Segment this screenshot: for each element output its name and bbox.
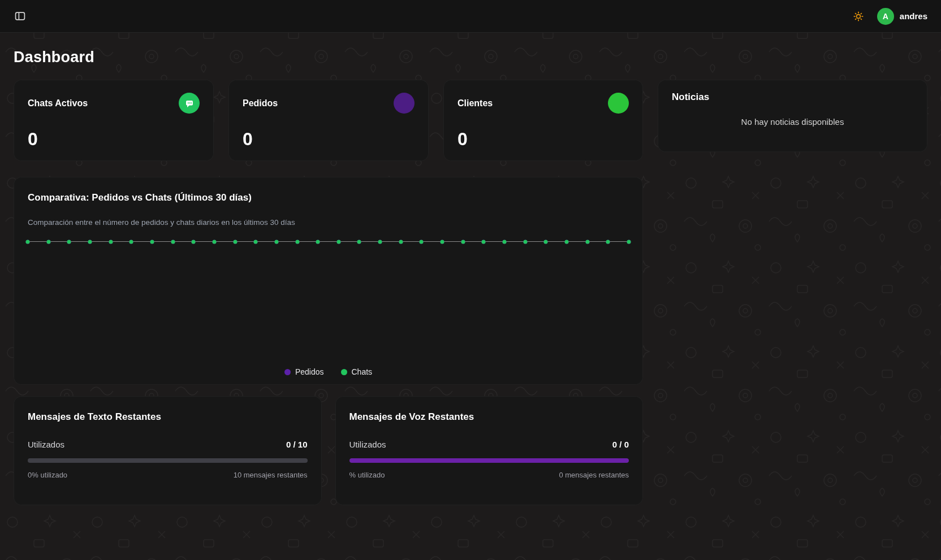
- usage-footer: % utilizado 0 mensajes restantes: [349, 471, 629, 479]
- chart-point-chats: [378, 240, 382, 244]
- usage-line: Utilizados 0 / 10: [28, 440, 308, 449]
- top-bar: A andres: [0, 0, 941, 33]
- chart-legend: Pedidos Chats: [28, 364, 629, 379]
- noticias-empty-message: No hay noticias disponibles: [672, 103, 913, 140]
- chart-point-chats: [130, 240, 133, 244]
- chart-point-chats: [399, 240, 403, 244]
- usage-label: Utilizados: [349, 440, 386, 449]
- chats-legend-dot-icon: [341, 369, 347, 375]
- chart-point-chats: [46, 240, 50, 244]
- avatar: A: [877, 8, 894, 25]
- noticias-panel: Noticias No hay noticias disponibles: [658, 80, 927, 152]
- chart-point-chats: [233, 240, 237, 244]
- voz-restantes-card: Mensajes de Voz Restantes Utilizados 0 /…: [335, 396, 644, 505]
- chart-point-chats: [420, 240, 424, 244]
- chart-point-chats: [461, 240, 465, 244]
- page-title: Dashboard: [14, 49, 927, 66]
- stat-card-pedidos: Pedidos 0: [228, 80, 429, 161]
- chart-title: Comparativa: Pedidos vs Chats (Últimos 3…: [28, 192, 629, 203]
- usage-percent-text: 0% utilizado: [28, 471, 67, 479]
- stat-card-chats-activos: Chats Activos 0: [14, 80, 214, 161]
- chart-point-chats: [316, 240, 320, 244]
- chart-point-chats: [67, 240, 71, 244]
- sidebar-toggle-button[interactable]: [14, 10, 27, 23]
- comparativa-chart-card: Comparativa: Pedidos vs Chats (Últimos 3…: [14, 177, 643, 385]
- usage-ratio: 0 / 10: [286, 440, 308, 449]
- chart-baseline: [28, 241, 629, 242]
- chart-point-chats: [565, 240, 569, 244]
- clientes-circle-icon: [608, 93, 629, 114]
- user-name: andres: [900, 11, 927, 21]
- chart-point-chats: [109, 240, 113, 244]
- usage-card-title: Mensajes de Texto Restantes: [28, 411, 308, 423]
- usage-remaining-text: 10 mensajes restantes: [234, 471, 308, 479]
- texto-progress-bar: [28, 458, 308, 463]
- chart-point-chats: [357, 240, 361, 244]
- top-bar-right: A andres: [852, 8, 927, 25]
- chart-point-chats: [150, 240, 154, 244]
- stat-card-value: 0: [243, 130, 415, 148]
- chart-point-chats: [212, 240, 216, 244]
- chart-point-chats: [192, 240, 196, 244]
- stat-card-title: Pedidos: [243, 98, 278, 108]
- stat-card-header: Chats Activos: [28, 93, 200, 114]
- stat-card-value: 0: [457, 130, 629, 148]
- legend-item-chats: Chats: [341, 367, 373, 376]
- stat-card-value: 0: [28, 130, 200, 148]
- chart-point-chats: [606, 240, 610, 244]
- pedidos-circle-icon: [394, 93, 415, 114]
- usage-footer: 0% utilizado 10 mensajes restantes: [28, 471, 308, 479]
- usage-label: Utilizados: [28, 440, 64, 449]
- stat-card-title: Chats Activos: [28, 98, 88, 108]
- chart-point-chats: [544, 240, 548, 244]
- legend-item-pedidos: Pedidos: [284, 367, 324, 376]
- user-menu[interactable]: A andres: [877, 8, 927, 25]
- usage-remaining-text: 0 mensajes restantes: [559, 471, 629, 479]
- noticias-title: Noticias: [672, 92, 913, 103]
- chart-point-chats: [274, 240, 278, 244]
- usage-card-title: Mensajes de Voz Restantes: [349, 411, 629, 423]
- usage-row: Mensajes de Texto Restantes Utilizados 0…: [14, 396, 643, 505]
- texto-restantes-card: Mensajes de Texto Restantes Utilizados 0…: [14, 396, 322, 505]
- chart-point-chats: [441, 240, 444, 244]
- stat-card-title: Clientes: [457, 98, 493, 108]
- chart-point-chats: [26, 240, 30, 244]
- voz-progress-fill: [349, 458, 629, 463]
- chart-point-chats: [254, 240, 258, 244]
- chart-point-chats: [585, 240, 589, 244]
- stats-row: Chats Activos 0 Pedidos: [14, 80, 927, 161]
- main-content: Dashboard Chats Activos: [0, 33, 941, 505]
- panel-left-icon: [15, 11, 25, 21]
- chart-point-chats: [171, 240, 175, 244]
- chart-point-chats: [295, 240, 299, 244]
- chart-subtitle: Comparación entre el número de pedidos y…: [28, 218, 629, 227]
- stat-card-header: Pedidos: [243, 93, 415, 114]
- dashboard-app: A andres Dashboard Chats Activos: [0, 0, 941, 505]
- chart-point-chats: [503, 240, 507, 244]
- pedidos-legend-dot-icon: [284, 369, 291, 375]
- chart-plot: [28, 239, 629, 364]
- legend-label: Chats: [352, 367, 373, 376]
- chart-point-chats: [523, 240, 527, 244]
- sun-icon: [853, 11, 864, 21]
- voz-progress-bar: [349, 458, 629, 463]
- stat-card-clientes: Clientes 0: [443, 80, 643, 161]
- chart-point-chats: [482, 240, 486, 244]
- theme-toggle-button[interactable]: [852, 10, 865, 23]
- chart-point-chats: [88, 240, 92, 244]
- usage-ratio: 0 / 0: [612, 440, 629, 449]
- usage-line: Utilizados 0 / 0: [349, 440, 629, 449]
- chat-bubble-icon: [179, 93, 200, 114]
- chart-point-chats: [627, 240, 631, 244]
- chart-point-chats: [336, 240, 340, 244]
- usage-percent-text: % utilizado: [349, 471, 385, 479]
- stat-card-header: Clientes: [457, 93, 629, 114]
- legend-label: Pedidos: [295, 367, 324, 376]
